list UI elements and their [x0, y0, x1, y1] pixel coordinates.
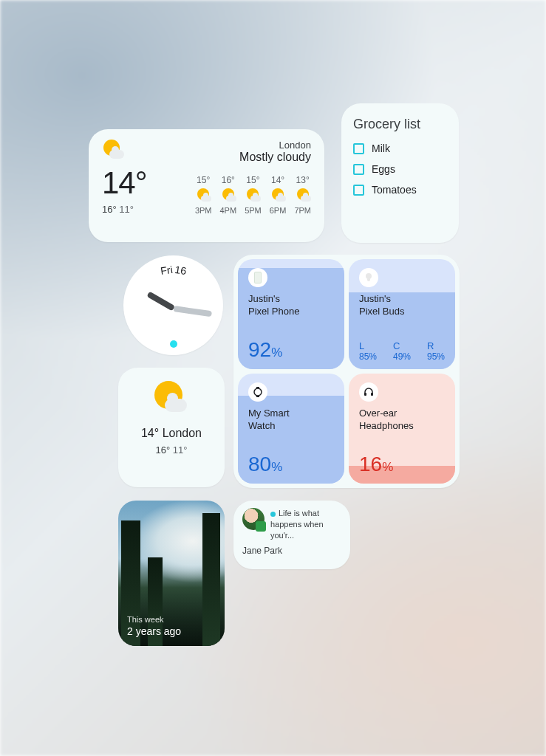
- checkbox-icon[interactable]: [353, 143, 364, 154]
- clock-indicator-dot: [170, 340, 177, 348]
- sender-name: Jane Park: [242, 546, 341, 556]
- weather-condition: Mostly cloudy: [239, 151, 311, 164]
- grocery-item[interactable]: Tomatoes: [353, 184, 447, 196]
- memory-title: 2 years ago: [127, 625, 181, 637]
- weather-city: London: [239, 140, 311, 151]
- memory-subtitle: This week: [127, 615, 181, 624]
- hour-hand: [146, 291, 175, 311]
- grocery-item[interactable]: Eggs: [353, 163, 447, 175]
- checkbox-icon[interactable]: [353, 185, 364, 196]
- device-name: Over-ear Headphones: [359, 408, 445, 433]
- weather-temp-city: 14° London: [141, 427, 202, 440]
- svg-rect-1: [255, 272, 261, 283]
- buds-battery-row: L85% C49% R95%: [359, 340, 445, 362]
- battery-percent: 92%: [248, 338, 334, 362]
- battery-tile-buds[interactable]: Justin's Pixel Buds L85% C49% R95%: [349, 259, 455, 369]
- phone-icon: [248, 268, 267, 287]
- svg-rect-8: [371, 393, 373, 396]
- weather-small-widget[interactable]: 14° London 16° 11°: [118, 368, 225, 487]
- device-name: My Smart Watch: [248, 408, 334, 433]
- weather-current-temp: 14°: [102, 165, 147, 201]
- earbuds-icon: [359, 268, 378, 287]
- clock-date: Fri16: [123, 263, 223, 275]
- grocery-item[interactable]: Milk: [353, 142, 447, 154]
- photos-memory-widget[interactable]: This week 2 years ago: [118, 501, 225, 646]
- battery-tile-phone[interactable]: Justin's Pixel Phone 92%: [238, 259, 344, 369]
- headphones-icon: [359, 382, 378, 402]
- battery-tile-watch[interactable]: My Smart Watch 80%: [238, 374, 344, 484]
- hourly-forecast: 15°3PM 16°4PM 15°5PM 14°6PM 13°7PM: [195, 175, 311, 215]
- svg-rect-7: [364, 393, 366, 396]
- grocery-list-widget[interactable]: Grocery list Milk Eggs Tomatoes: [341, 103, 459, 243]
- grocery-title: Grocery list: [353, 117, 447, 132]
- svg-rect-6: [256, 396, 259, 397]
- weather-wide-widget[interactable]: London Mostly cloudy 14° 16° 11° 15°3PM …: [89, 129, 324, 242]
- battery-tile-headphones[interactable]: Over-ear Headphones 16%: [349, 374, 455, 484]
- clock-widget[interactable]: Fri16: [123, 255, 223, 355]
- weather-high-low: 16° 11°: [156, 444, 188, 456]
- message-preview: Life is what happens when you'r...: [270, 508, 341, 541]
- minute-hand: [173, 306, 212, 317]
- sender-avatar: [242, 508, 265, 530]
- device-name: Justin's Pixel Buds: [359, 293, 445, 318]
- battery-widget[interactable]: Justin's Pixel Phone 92% Justin's Pixel …: [233, 255, 460, 488]
- watch-icon: [248, 382, 267, 402]
- weather-icon: [153, 381, 190, 418]
- weather-icon: [102, 140, 124, 162]
- svg-rect-5: [256, 387, 259, 388]
- message-widget[interactable]: Life is what happens when you'r... Jane …: [233, 501, 350, 569]
- checkbox-icon[interactable]: [353, 164, 364, 175]
- unread-dot-icon: [270, 512, 276, 517]
- svg-rect-3: [367, 278, 370, 281]
- svg-point-4: [254, 388, 262, 396]
- device-name: Justin's Pixel Phone: [248, 293, 334, 318]
- battery-percent: 16%: [359, 453, 445, 476]
- battery-percent: 80%: [248, 453, 334, 476]
- weather-high-low: 16° 11°: [102, 204, 147, 215]
